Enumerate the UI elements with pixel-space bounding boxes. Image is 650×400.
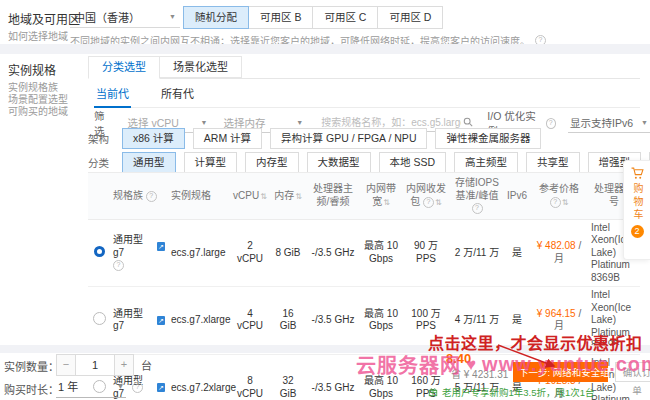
arch-baremetal-button[interactable]: 弹性裸金属服务器 xyxy=(435,128,541,149)
chevron-down-icon: ▼ xyxy=(296,119,303,126)
header-text: 内存 xyxy=(274,190,294,201)
family-link-icon[interactable]: ↗ xyxy=(157,383,165,392)
spec-search-input[interactable] xyxy=(319,116,463,129)
header-memory[interactable]: 内存⇅ xyxy=(270,173,306,220)
family-link-icon[interactable]: ↗ xyxy=(157,242,165,251)
row-radio-selected[interactable] xyxy=(94,246,105,257)
zone-d-button[interactable]: 可用区 D xyxy=(377,6,443,29)
zone-c-button[interactable]: 可用区 C xyxy=(312,6,378,29)
table-row[interactable]: 通用型 g7↗? ecs.g7.large 2 vCPU 8 GiB -/3.5… xyxy=(88,219,640,287)
vcpu-value: 2 vCPU xyxy=(230,219,270,287)
duration-value: 1 年 xyxy=(58,378,78,394)
zone-button-group: 随机分配 可用区 B 可用区 C 可用区 D xyxy=(184,6,443,29)
category-memory-button[interactable]: 内存型 xyxy=(245,152,299,173)
clock-value: -/3.5 GHz xyxy=(306,219,360,287)
header-text: IPv6 xyxy=(507,190,527,201)
shopping-cart-tab[interactable]: 购物车 2 xyxy=(623,160,650,260)
clock-value: -/3.5 GHz xyxy=(306,354,360,400)
tab-scenario-selection[interactable]: 场景化选型 xyxy=(159,56,242,78)
sort-icon[interactable]: ⇅ xyxy=(562,198,569,207)
quantity-plus-button[interactable]: + xyxy=(114,354,134,376)
zone-random-button[interactable]: 随机分配 xyxy=(183,6,249,29)
sort-icon[interactable]: ⇅ xyxy=(435,198,442,207)
header-text: vCPU xyxy=(233,190,259,201)
header-iops[interactable]: 存储IOPS 基准/峰值 ? xyxy=(450,173,504,220)
header-clock: 处理器主频/睿频 xyxy=(306,173,360,220)
arch-x86-button[interactable]: x86 计算 xyxy=(122,128,185,149)
tab-all-generations[interactable]: 所有代 xyxy=(159,85,196,107)
header-text: 规格族 xyxy=(113,190,143,201)
row-radio[interactable] xyxy=(93,312,106,325)
bandwidth-value: 最高 10 Gbps xyxy=(360,219,402,287)
header-vcpu[interactable]: vCPU⇅ xyxy=(230,173,270,220)
header-bandwidth[interactable]: 内网带宽⇅ xyxy=(360,173,402,220)
info-icon[interactable]: ? xyxy=(550,197,561,208)
gift-icon xyxy=(428,387,438,397)
sidebar-link-purchasable-regions[interactable]: 可购买的地域 xyxy=(8,103,68,118)
sort-icon[interactable]: ⇅ xyxy=(383,198,390,207)
header-text: 存储IOPS 基准/峰值 xyxy=(455,177,499,201)
cart-icon xyxy=(630,167,645,180)
category-general-button[interactable]: 通用型 xyxy=(122,152,176,173)
header-ipv6: IPv6 xyxy=(504,173,530,220)
quantity-minus-button[interactable]: − xyxy=(56,354,76,376)
quantity-stepper: − 1 + 台 xyxy=(56,354,152,376)
instance-spec: ecs.g7.2xlarge xyxy=(168,354,230,400)
duration-select-row: 1 年 ▼ ? xyxy=(56,377,143,398)
clock-value: -/3.5 GHz xyxy=(306,287,360,355)
pps-value: 90 万 PPS xyxy=(402,219,450,287)
family-link-icon[interactable]: ↗ xyxy=(157,316,165,325)
promo-text: 老用户专享新购1年3.5折，限1次1台 xyxy=(442,385,595,399)
header-spec-family[interactable]: 规格族 ? xyxy=(110,173,168,220)
tab-category-selection[interactable]: 分类选型 xyxy=(88,56,160,79)
duration-select[interactable]: 1 年 ▼ xyxy=(56,377,126,398)
arch-heterogeneous-button[interactable]: 异构计算 GPU / FPGA / NPU xyxy=(270,128,427,149)
info-icon[interactable]: ? xyxy=(132,382,143,393)
sort-icon[interactable]: ⇅ xyxy=(260,192,267,201)
section-divider xyxy=(0,44,650,54)
category-row: 分类 通用型 计算型 内存型 大数据型 本地 SSD 高主频型 共享型 增强型 … xyxy=(88,152,650,173)
memory-value: 16 GiB xyxy=(270,287,306,355)
info-icon[interactable]: ? xyxy=(423,197,434,208)
search-icon[interactable] xyxy=(463,117,473,127)
price-value: ¥ 482.08 xyxy=(537,240,576,251)
category-compute-button[interactable]: 计算型 xyxy=(184,152,238,173)
category-highclock-button[interactable]: 高主频型 xyxy=(454,152,518,173)
category-bigdata-button[interactable]: 大数据型 xyxy=(307,152,371,173)
header-text: 内网带宽 xyxy=(366,183,396,207)
header-price[interactable]: 参考价格 ?⇅ xyxy=(530,173,588,220)
region-select-value: 中国（香港） xyxy=(74,9,140,25)
chevron-down-icon: ▼ xyxy=(169,13,176,20)
watermark-heart-icon: ♥ xyxy=(466,355,477,375)
zone-b-button[interactable]: 可用区 B xyxy=(248,6,313,29)
info-icon[interactable]: ? xyxy=(146,191,157,202)
category-localssd-button[interactable]: 本地 SSD xyxy=(379,152,447,173)
promo-text-row: 老用户专享新购1年3.5折，限1次1台 xyxy=(428,385,595,399)
vcpu-value: 8 vCPU xyxy=(230,354,270,400)
instance-spec-section-label: 实例规格 xyxy=(8,61,56,78)
ipv6-select[interactable]: 显示支持IPv6 ▼ xyxy=(568,114,650,133)
memory-value: 8 GiB xyxy=(270,219,306,287)
tab-current-generation[interactable]: 当前代 xyxy=(94,85,131,108)
chevron-down-icon: ▼ xyxy=(200,119,207,126)
region-select[interactable]: 中国（香港） ▼ xyxy=(70,6,180,28)
header-text: 参考价格 xyxy=(539,183,579,194)
arch-arm-button[interactable]: ARM 计算 xyxy=(193,128,262,149)
category-shared-button[interactable]: 共享型 xyxy=(526,152,580,173)
header-text: 处理器主频/睿频 xyxy=(313,183,353,207)
info-icon[interactable]: ? xyxy=(113,260,124,271)
ipv6-value: 是 xyxy=(504,219,530,287)
header-pps[interactable]: 内网收发包 ?⇅ xyxy=(402,173,450,220)
quantity-value[interactable]: 1 xyxy=(76,354,114,376)
quantity-unit: 台 xyxy=(141,357,152,373)
region-help-link[interactable]: 如何选择地域 xyxy=(8,28,68,43)
category-label: 分类 xyxy=(88,155,114,170)
instance-spec: ecs.g7.large xyxy=(168,219,230,287)
ecs-purchase-page: 地域及可用区 如何选择地域 中国（香港） ▼ 随机分配 可用区 B 可用区 C … xyxy=(0,0,650,400)
iops-value: 2 万/11 万 xyxy=(450,219,504,287)
info-icon[interactable]: ? xyxy=(546,118,556,129)
sort-icon[interactable]: ⇅ xyxy=(295,192,302,201)
info-icon[interactable]: ? xyxy=(472,203,483,214)
cart-label: 购物车 xyxy=(632,183,642,222)
memory-value: 32 GiB xyxy=(270,354,306,400)
